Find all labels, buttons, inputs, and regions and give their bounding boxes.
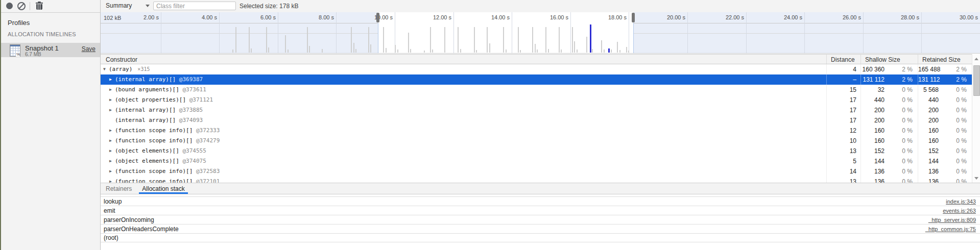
- sidebar-item-snapshot-1[interactable]: % Snapshot 1 6.7 MB Save: [1, 43, 100, 57]
- trash-icon[interactable]: [36, 2, 43, 10]
- timeline-gridline: [687, 23, 688, 53]
- expand-arrow-icon[interactable]: ▶: [109, 95, 115, 105]
- allocation-stack-list: lookupindex.js:343emitevents.js:263parse…: [101, 196, 980, 242]
- live-allocation-bar: [608, 48, 610, 53]
- tab-allocation-stack[interactable]: Allocation stack: [137, 183, 189, 194]
- retained-size-cell: 1440 %: [918, 156, 972, 166]
- expand-arrow-icon[interactable]: ▶: [109, 166, 115, 177]
- allocation-bar: [368, 27, 369, 53]
- stack-frame-row[interactable]: parserOnHeadersComplete_http_common.js:7…: [101, 224, 980, 233]
- shallow-size-cell: 4400 %: [861, 95, 918, 105]
- size-percent: 0 %: [889, 105, 918, 115]
- timeline-gridline: [161, 23, 161, 53]
- constructor-name: (function scope info)[]: [115, 168, 193, 174]
- source-location-link[interactable]: index.js:343: [946, 198, 980, 205]
- timeline-gridline: [453, 23, 454, 53]
- table-row[interactable]: ▶(bound arguments)[] @37361115320 %5 568…: [101, 85, 972, 95]
- stack-frame-row[interactable]: emitevents.js:263: [101, 206, 980, 215]
- constructor-cell: ▶(function scope info)[] @372333: [101, 126, 826, 136]
- class-filter-input[interactable]: [153, 2, 236, 10]
- table-row[interactable]: ▶(object elements)[] @37407551440 %1440 …: [101, 156, 972, 166]
- allocation-bar: [489, 43, 490, 53]
- expand-arrow-icon[interactable]: ▶: [109, 85, 115, 95]
- shallow-size-cell: 2000 %: [861, 105, 918, 115]
- constructor-cell: ▼(array)×315: [101, 64, 826, 74]
- toolbar-divider: [30, 2, 30, 10]
- stack-frame-row[interactable]: (root): [101, 233, 980, 242]
- constructor-name: (object elements)[]: [115, 158, 179, 164]
- size-value: 131 112: [861, 74, 889, 85]
- selection-handle[interactable]: [632, 13, 635, 22]
- table-row[interactable]: ▶(internal array)[] @369387–131 1122 %13…: [101, 74, 972, 85]
- table-row[interactable]: (internal array)[] @374093172000 %2000 %: [101, 115, 972, 126]
- expand-arrow-icon[interactable]: ▶: [109, 74, 115, 85]
- record-icon[interactable]: [6, 3, 13, 9]
- distance-cell: 5: [826, 156, 861, 166]
- stack-frame-row[interactable]: parserOnIncoming_http_server.js:809: [101, 215, 980, 224]
- column-header-distance[interactable]: Distance: [826, 55, 861, 64]
- source-location-link[interactable]: _http_server.js:809: [928, 217, 980, 223]
- allocation-bar: [266, 27, 267, 53]
- grid-scrollbar[interactable]: [972, 54, 980, 183]
- size-percent: 0 %: [943, 156, 972, 166]
- expand-arrow-icon[interactable]: ▶: [109, 136, 115, 146]
- size-value: 160: [918, 136, 943, 146]
- live-allocation-bar: [590, 24, 591, 53]
- retained-size-cell: 1360 %: [918, 166, 972, 177]
- table-row[interactable]: ▼(array)×3154160 3602 %165 4882 %: [101, 64, 972, 74]
- table-row[interactable]: ▶(function scope info)[] @372101131360 %…: [101, 177, 972, 183]
- timeline-gridline: [219, 23, 220, 53]
- tick-label: 20.00 s: [667, 14, 685, 20]
- timeline-ruler[interactable]: 2.00 s4.00 s6.00 s8.00 s10.00 s12.00 s14…: [101, 12, 980, 23]
- tick-label: 22.00 s: [726, 14, 744, 20]
- table-row[interactable]: ▶(function scope info)[] @372583141360 %…: [101, 166, 972, 177]
- tab-retainers[interactable]: Retainers: [101, 183, 137, 194]
- constructor-cell: ▶(object properties)[] @371121: [101, 95, 826, 105]
- source-location-link[interactable]: _http_common.js:75: [925, 226, 980, 232]
- shallow-size-cell: 1520 %: [861, 146, 918, 156]
- expand-arrow-icon[interactable]: ▶: [109, 105, 115, 115]
- allocation-bar: [518, 27, 519, 53]
- table-row[interactable]: ▶(internal array)[] @373885172000 %2000 …: [101, 105, 972, 115]
- retained-size-cell: 5 5680 %: [918, 85, 972, 95]
- clear-icon[interactable]: [17, 2, 26, 10]
- scroll-down-icon[interactable]: [972, 174, 980, 182]
- source-location-link[interactable]: events.js:263: [943, 208, 980, 214]
- stack-function-name: emit: [101, 207, 115, 214]
- column-header-retained-size[interactable]: Retained Size: [918, 55, 972, 64]
- timeline-gridline: [278, 12, 278, 23]
- profiles-heading: Profiles: [8, 19, 30, 27]
- expand-arrow-icon[interactable]: ▶: [109, 146, 115, 156]
- expand-arrow-icon[interactable]: ▼: [103, 64, 109, 74]
- perspective-select[interactable]: Summary: [106, 2, 132, 10]
- allocation-bar: [408, 33, 409, 53]
- selection-handle[interactable]: [376, 13, 379, 22]
- table-row[interactable]: ▶(object properties)[] @371121174400 %44…: [101, 95, 972, 105]
- allocation-timeline-overview[interactable]: 2.00 s4.00 s6.00 s8.00 s10.00 s12.00 s14…: [101, 12, 980, 54]
- size-percent: 0 %: [943, 105, 972, 115]
- column-header-constructor[interactable]: Constructor: [101, 55, 826, 64]
- shallow-size-cell: 1600 %: [861, 126, 918, 136]
- expand-arrow-icon[interactable]: ▶: [109, 126, 115, 136]
- stack-frame-row[interactable]: lookupindex.js:343: [101, 196, 980, 206]
- expand-arrow-icon[interactable]: ▶: [109, 177, 115, 183]
- size-percent: 0 %: [943, 136, 972, 146]
- column-header-shallow-size[interactable]: Shallow Size: [861, 55, 918, 64]
- expand-arrow-icon[interactable]: ▶: [109, 156, 115, 166]
- table-row[interactable]: ▶(object elements)[] @374555131520 %1520…: [101, 146, 972, 156]
- scroll-up-icon[interactable]: [972, 55, 980, 63]
- selection-edge: [633, 23, 634, 53]
- timeline-gridline: [804, 23, 805, 53]
- scrollbar-thumb[interactable]: [973, 65, 980, 96]
- allocation-bar: [355, 49, 356, 53]
- size-percent: 0 %: [889, 115, 918, 126]
- size-percent: 0 %: [889, 95, 918, 105]
- size-value: 200: [918, 115, 943, 126]
- snapshot-icon: %: [10, 44, 20, 57]
- save-link[interactable]: Save: [82, 45, 95, 53]
- allocation-bar: [535, 44, 536, 53]
- table-row[interactable]: ▶(function scope info)[] @374279101600 %…: [101, 136, 972, 146]
- allocation-bar: [592, 49, 593, 53]
- table-row[interactable]: ▶(function scope info)[] @372333121600 %…: [101, 126, 972, 136]
- timeline-gridline: [161, 12, 161, 23]
